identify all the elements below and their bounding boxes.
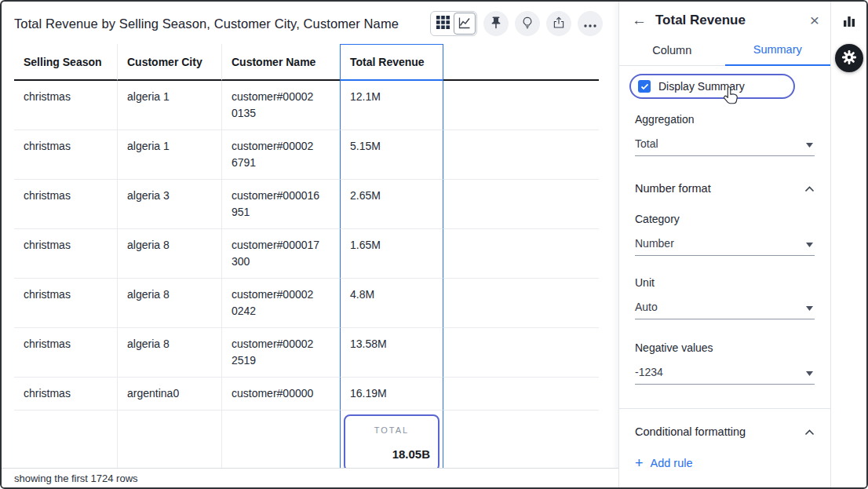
cell-empty <box>222 411 340 476</box>
insights-button[interactable] <box>515 11 540 36</box>
cell[interactable]: customer#00002 0135 <box>222 81 340 130</box>
row-count-footer: showing the first 1724 rows <box>2 468 618 489</box>
page-title: Total Revenue by Selling Season, Custome… <box>14 16 399 31</box>
back-arrow-icon[interactable]: ← <box>632 13 647 27</box>
aggregation-value: Total <box>635 137 658 150</box>
panel-body: Display Summary Aggregation Total Number… <box>619 66 830 487</box>
cell-total-revenue[interactable]: 4.8M <box>340 279 443 328</box>
right-rail <box>830 2 866 487</box>
answer-toolbar <box>430 11 606 36</box>
cell-empty <box>443 180 599 229</box>
cell-empty <box>443 279 599 328</box>
category-select[interactable]: Number <box>635 232 815 256</box>
bar-chart-icon <box>842 14 856 31</box>
panel-tabs: Column Summary <box>619 35 830 66</box>
ellipsis-icon <box>584 18 596 30</box>
negative-values-label: Negative values <box>635 341 815 354</box>
table-view-button[interactable] <box>432 13 454 35</box>
column-header-selling-season[interactable]: Selling Season <box>14 44 118 81</box>
cell[interactable]: customer#00002 0242 <box>222 279 340 328</box>
close-icon[interactable]: × <box>810 12 819 28</box>
cell-total-revenue[interactable]: 1.65M <box>340 229 443 279</box>
cell[interactable]: christmas <box>14 328 118 378</box>
caret-down-icon <box>806 237 813 250</box>
add-rule-button[interactable]: + Add rule <box>635 456 693 470</box>
negative-values-select[interactable]: -1234 <box>635 361 815 385</box>
cell[interactable]: christmas <box>14 279 118 328</box>
cell-empty <box>118 411 222 476</box>
category-value: Number <box>635 237 674 250</box>
plus-icon: + <box>635 456 644 470</box>
main-area: Total Revenue by Selling Season, Custome… <box>2 2 618 487</box>
cell-total-revenue[interactable]: 12.1M <box>340 81 443 130</box>
column-header-total-revenue[interactable]: Total Revenue <box>340 44 443 81</box>
lightbulb-icon <box>520 16 534 32</box>
chevron-up-icon[interactable] <box>804 425 815 439</box>
cell[interactable]: algeria 3 <box>118 180 222 229</box>
cell[interactable]: algeria 8 <box>118 328 222 378</box>
cell-empty <box>443 229 599 279</box>
unit-select[interactable]: Auto <box>635 296 815 319</box>
settings-button[interactable] <box>835 44 863 72</box>
cell[interactable]: customer#000017 300 <box>222 229 340 279</box>
add-rule-label: Add rule <box>651 457 693 469</box>
display-summary-label[interactable]: Display Summary <box>658 80 745 93</box>
chart-config-button[interactable] <box>842 14 856 31</box>
cell[interactable]: argentina0 <box>118 378 222 411</box>
cell[interactable]: customer#00002 2519 <box>222 328 340 378</box>
table-row: christmas algeria 8 customer#00002 0242 … <box>14 279 599 328</box>
cell[interactable]: christmas <box>14 180 118 229</box>
cell[interactable]: algeria 8 <box>118 279 222 328</box>
check-icon <box>640 83 649 90</box>
cell[interactable]: christmas <box>14 378 118 411</box>
number-format-section-header[interactable]: Number format <box>635 181 815 195</box>
table-row: christmas algeria 8 customer#000017 300 … <box>14 229 599 279</box>
display-summary-checkbox[interactable] <box>638 80 651 93</box>
cell[interactable]: algeria 8 <box>118 229 222 279</box>
negative-values-value: -1234 <box>635 366 663 378</box>
caret-down-icon <box>806 366 813 378</box>
cell[interactable]: customer#00002 6791 <box>222 130 340 180</box>
aggregation-label: Aggregation <box>635 113 815 126</box>
tab-summary[interactable]: Summary <box>725 35 831 66</box>
column-header-empty <box>443 44 599 81</box>
answer-header: Total Revenue by Selling Season, Custome… <box>2 2 618 44</box>
cell-total-revenue[interactable]: 16.19M <box>340 378 443 411</box>
total-summary-cell[interactable]: TOTAL 18.05B <box>340 411 443 476</box>
tab-column[interactable]: Column <box>619 35 725 65</box>
total-value: 18.05B <box>353 446 430 462</box>
cell[interactable]: christmas <box>14 81 118 130</box>
cell-total-revenue[interactable]: 13.58M <box>340 328 443 378</box>
column-header-customer-city[interactable]: Customer City <box>118 44 222 81</box>
display-summary-highlight: Display Summary <box>629 74 795 99</box>
results-table-container: Selling Season Customer City Customer Na… <box>2 44 618 476</box>
app-window: Total Revenue by Selling Season, Custome… <box>0 0 868 489</box>
share-button[interactable] <box>546 11 571 36</box>
share-icon <box>552 16 566 32</box>
cell-total-revenue[interactable]: 5.15M <box>340 130 443 180</box>
unit-value: Auto <box>635 301 658 313</box>
table-row: christmas algeria 3 customer#000016 951 … <box>14 180 599 229</box>
panel-title: Total Revenue <box>655 13 810 28</box>
conditional-formatting-section-header[interactable]: Conditional formatting <box>635 425 815 439</box>
aggregation-select[interactable]: Total <box>635 133 815 156</box>
cell[interactable]: customer#00000 <box>222 378 340 411</box>
cell-total-revenue[interactable]: 2.65M <box>340 180 443 229</box>
caret-down-icon <box>806 301 813 313</box>
cell-empty <box>443 378 599 411</box>
cell[interactable]: algeria 1 <box>118 130 222 180</box>
number-format-title: Number format <box>635 182 711 195</box>
chart-view-button[interactable] <box>454 13 476 35</box>
table-header-row: Selling Season Customer City Customer Na… <box>14 44 599 81</box>
chevron-up-icon[interactable] <box>804 181 815 195</box>
cell[interactable]: christmas <box>14 130 118 180</box>
cell[interactable]: algeria 1 <box>118 81 222 130</box>
cell[interactable]: christmas <box>14 229 118 279</box>
section-divider <box>619 408 830 409</box>
cell-empty <box>443 81 599 130</box>
pin-button[interactable] <box>483 11 509 36</box>
more-options-button[interactable] <box>578 11 603 36</box>
column-header-customer-name[interactable]: Customer Name <box>222 44 340 81</box>
cell[interactable]: customer#000016 951 <box>222 180 340 229</box>
cell-empty <box>443 130 599 180</box>
